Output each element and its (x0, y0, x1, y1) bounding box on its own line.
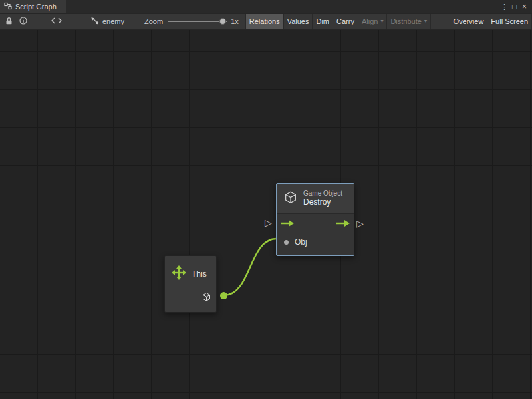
node-destroy[interactable]: Game Object Destroy (276, 183, 354, 256)
node-this[interactable]: This (164, 255, 217, 313)
node-this-header: This (165, 256, 216, 283)
graph-breadcrumb[interactable]: enemy (90, 17, 124, 27)
flow-input-port-triangle[interactable]: ▷ (265, 218, 272, 227)
node-title: This (192, 269, 207, 279)
values-button[interactable]: Values (283, 14, 313, 29)
graph-name-label: enemy (102, 17, 124, 25)
node-destroy-header: Game Object Destroy (277, 184, 354, 214)
graph-toolbar: enemy Zoom 1x Relations Values Dim Carry… (0, 14, 532, 29)
script-graph-icon (4, 2, 12, 11)
zoom-slider[interactable] (168, 17, 227, 25)
graph-machine-icon (90, 17, 99, 27)
move-gizmo-icon (171, 265, 187, 283)
zoom-slider-handle[interactable] (219, 18, 226, 25)
relations-button[interactable]: Relations (245, 14, 283, 29)
connection-edge[interactable] (224, 239, 277, 295)
cube-icon (201, 292, 211, 305)
flow-ports-row (277, 214, 354, 233)
obj-port-dot[interactable] (284, 240, 289, 245)
distribute-button[interactable]: Distribute ▾ (386, 14, 430, 29)
obj-port-row: Obj (277, 233, 354, 251)
flow-in-arrow-icon[interactable] (280, 219, 295, 231)
this-output-port-dot[interactable] (220, 292, 227, 299)
edges-layer (0, 30, 532, 399)
tab-script-graph[interactable]: Script Graph (0, 0, 66, 13)
obj-port-label: Obj (295, 237, 307, 247)
zoom-slider-track (168, 21, 227, 22)
chevron-down-icon: ▾ (424, 19, 427, 24)
zoom-label: Zoom (144, 17, 163, 25)
chevron-down-icon: ▾ (380, 19, 383, 24)
relation-line (296, 223, 334, 223)
toolbar-toggle-buttons: Relations Values Dim Carry Align ▾ Distr… (245, 14, 431, 29)
window-titlebar: Script Graph ⋮ □ × (0, 0, 532, 13)
flow-output-port-triangle[interactable]: ▷ (356, 219, 364, 228)
kebab-menu-icon[interactable]: ⋮ (499, 0, 509, 13)
info-icon (19, 17, 27, 26)
zoom-value: 1x (231, 17, 239, 25)
chevron-brackets-button[interactable] (49, 14, 64, 29)
close-icon[interactable]: × (519, 0, 529, 13)
graph-canvas[interactable]: ▷ ▷ Game Object Destroy (0, 30, 532, 399)
align-button[interactable]: Align ▾ (358, 14, 386, 29)
maximize-icon[interactable]: □ (509, 0, 519, 13)
carry-button[interactable]: Carry (332, 14, 358, 29)
lock-button[interactable] (1, 14, 16, 29)
script-graph-window: Script Graph ⋮ □ × (0, 0, 532, 399)
tab-title: Script Graph (15, 3, 57, 11)
dim-button[interactable]: Dim (312, 14, 332, 29)
full-screen-button[interactable]: Full Screen (487, 14, 532, 29)
titlebar-controls: ⋮ □ × (499, 0, 532, 13)
flow-out-arrow-icon[interactable] (336, 219, 350, 231)
chevron-brackets-icon (51, 17, 62, 25)
node-type-label: Game Object (303, 190, 342, 198)
toolbar-view-buttons: Overview Full Screen (450, 14, 532, 29)
cube-icon (283, 190, 298, 207)
lock-icon (5, 17, 13, 26)
info-button[interactable] (16, 14, 31, 29)
node-title: Destroy (303, 198, 342, 207)
overview-button[interactable]: Overview (450, 14, 487, 29)
